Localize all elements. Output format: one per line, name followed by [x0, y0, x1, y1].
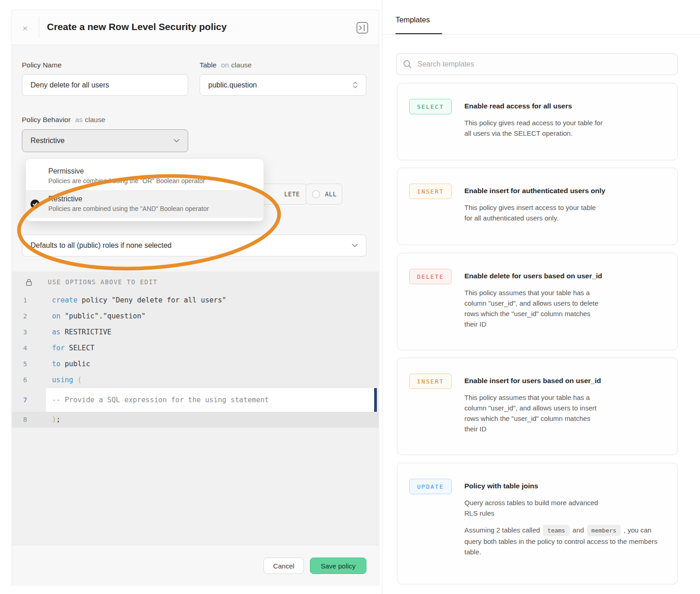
template-title: Enable insert for authenticated users on…: [464, 186, 665, 196]
template-title: Policy with table joins: [464, 481, 665, 491]
dropdown-option-permissive[interactable]: PermissivePolicies are combined using th…: [26, 162, 263, 190]
line-number: 6: [12, 372, 38, 388]
table-label: Tableonclause: [200, 61, 252, 69]
template-badge-insert: INSERT: [409, 374, 452, 389]
template-title: Enable delete for users based on user_id: [464, 271, 665, 281]
command-radio-delete-label: LETE: [284, 190, 300, 198]
policy-name-label: Policy Name: [22, 61, 62, 69]
code-line-6: 6using (: [12, 372, 379, 388]
policy-name-input[interactable]: [22, 74, 188, 96]
code-line-4: 4for SELECT: [12, 340, 379, 356]
tabbar-border: [382, 34, 700, 35]
template-card[interactable]: INSERTEnable insert for authenticated us…: [397, 168, 678, 245]
command-radio-all-label: ALL: [325, 190, 337, 198]
template-search[interactable]: [396, 53, 678, 75]
template-description: Assuming 2 tables called teams and membe…: [464, 525, 665, 557]
code-line-5: 5to public: [12, 356, 379, 372]
template-description: This policy assumes that your table has …: [464, 392, 665, 434]
template-card[interactable]: SELECTEnable read access for all usersTh…: [397, 83, 678, 160]
template-description: Query across tables to build more advanc…: [464, 497, 665, 518]
template-badge-update: UPDATE: [409, 479, 452, 494]
save-policy-button[interactable]: Save policy: [310, 558, 366, 574]
chevron-down-icon: [174, 139, 180, 143]
template-description: This policy gives insert access to your …: [464, 202, 665, 223]
code-line-8: 8);: [12, 412, 379, 428]
line-number: 7: [12, 388, 38, 412]
template-card[interactable]: INSERTEnable insert for users based on u…: [397, 358, 678, 455]
chevron-up-down-icon: [353, 82, 358, 88]
template-card[interactable]: UPDATEPolicy with table joinsQuery acros…: [397, 463, 678, 584]
editor-locked-note: USE OPTIONS ABOVE TO EDIT: [48, 278, 158, 286]
close-icon[interactable]: ×: [19, 22, 31, 34]
inline-code-chip: members: [587, 525, 621, 536]
table-select[interactable]: public.question: [200, 74, 366, 96]
editor-scrollbar[interactable]: [374, 388, 377, 412]
policy-behavior-label: Policy Behaviorasclause: [22, 116, 105, 124]
dropdown-option-title: Permissive: [48, 167, 256, 175]
dropdown-option-description: Policies are combined using the "AND" Bo…: [48, 205, 256, 212]
chevron-down-icon: [352, 244, 358, 247]
code-text: create policy "Deny delete for all users…: [12, 296, 226, 304]
roles-select[interactable]: Defaults to all (public) roles if none s…: [22, 235, 366, 256]
policy-behavior-dropdown: PermissivePolicies are combined using th…: [26, 159, 264, 221]
check-circle-icon: [30, 199, 40, 209]
lock-icon: [25, 278, 33, 286]
dropdown-option-title: Restrictive: [48, 195, 256, 203]
template-title: Enable insert for users based on user_id: [464, 376, 665, 386]
code-line-2: 2on "public"."question": [12, 308, 379, 324]
policy-behavior-select[interactable]: Restrictive: [22, 129, 188, 152]
editor-locked-row: USE OPTIONS ABOVE TO EDIT: [12, 271, 379, 292]
template-description: This policy gives read access to your ta…: [464, 118, 665, 138]
dialog-footer: Cancel Save policy: [12, 545, 379, 586]
tab-templates[interactable]: Templates: [396, 15, 430, 24]
line-number: 2: [12, 308, 38, 324]
line-number: 1: [12, 292, 38, 308]
line-number: 5: [12, 356, 38, 372]
template-badge-insert: INSERT: [409, 184, 452, 199]
inline-code-chip: teams: [543, 525, 570, 536]
code-text: -- Provide a SQL expression for the usin…: [12, 396, 269, 404]
template-title: Enable read access for all users: [464, 101, 665, 111]
create-policy-dialog: × Create a new Row Level Security policy…: [11, 10, 379, 585]
cancel-button[interactable]: Cancel: [263, 558, 304, 574]
template-description: This policy assumes that your table has …: [464, 287, 665, 329]
code-line-7[interactable]: 7-- Provide a SQL expression for the usi…: [12, 388, 379, 412]
template-badge-select: SELECT: [409, 99, 452, 114]
header-divider: [39, 17, 39, 38]
collapse-panel-icon[interactable]: [356, 21, 369, 34]
dialog-title: Create a new Row Level Security policy: [47, 21, 226, 32]
code-line-3: 3as RESTRICTIVE: [12, 324, 379, 340]
command-radio-all[interactable]: ALL: [306, 184, 342, 205]
line-number: 8: [12, 412, 38, 428]
templates-panel: Templates SELECTEnable read access for a…: [382, 0, 700, 594]
sql-editor[interactable]: USE OPTIONS ABOVE TO EDIT 1create policy…: [12, 271, 379, 545]
template-card[interactable]: DELETEEnable delete for users based on u…: [397, 253, 678, 350]
search-icon: [403, 60, 412, 69]
rls-policy-page: × Create a new Row Level Security policy…: [0, 0, 700, 594]
search-input[interactable]: [417, 60, 671, 68]
line-number: 3: [12, 324, 38, 340]
dialog-header: × Create a new Row Level Security policy: [12, 10, 379, 45]
code-line-1: 1create policy "Deny delete for all user…: [12, 292, 379, 308]
template-badge-delete: DELETE: [409, 269, 452, 284]
dropdown-option-restrictive[interactable]: RestrictivePolicies are combined using t…: [26, 190, 263, 218]
radio-circle-icon: [312, 190, 320, 198]
line-number: 4: [12, 340, 38, 356]
dropdown-option-description: Policies are combined using the "OR" Boo…: [48, 177, 256, 184]
